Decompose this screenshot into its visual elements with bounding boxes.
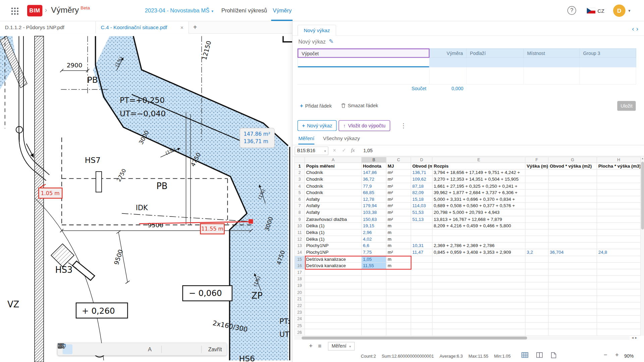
row-number[interactable]: 19	[294, 283, 305, 289]
project-selector[interactable]: 2023-04 - Novostavba MŠ▾	[145, 7, 213, 13]
table-row[interactable]: 11 Délka (1) 2,96 m	[294, 229, 641, 236]
cell-rozpis[interactable]: 20,798 + 5,000 + 20,793 + 4,943	[432, 209, 525, 216]
cell-obvod[interactable]	[411, 229, 433, 236]
row-number[interactable]: 26	[294, 329, 305, 336]
cell-rozpis[interactable]: 2,369 + 2,786 + 2,369 + 2,786	[432, 243, 525, 249]
table-row[interactable]: 18	[294, 276, 641, 283]
save-button[interactable]: Uložit	[617, 101, 636, 111]
cell-popis[interactable]: Chodník	[305, 183, 362, 190]
cell-rozpis[interactable]	[432, 322, 525, 329]
cell-hodnota[interactable]	[362, 309, 386, 316]
row-number[interactable]: 11	[294, 229, 305, 236]
cell-popis[interactable]	[305, 316, 362, 322]
cell-rozpis[interactable]: 5,000 + 3,331 + 0,696 + 0,370 + 0,834 +	[432, 196, 525, 203]
col-header-podlazi[interactable]: Podlaží	[467, 48, 524, 58]
measurement-annotation-1[interactable]: 1.05 m	[39, 184, 62, 198]
cell-mj[interactable]: m²	[386, 203, 411, 209]
czech-flag-icon[interactable]	[587, 8, 595, 15]
cell-plocha-vyska[interactable]	[597, 229, 641, 236]
table-row[interactable]: 2 Chodník 147,86 m² 136,71 3,794 + 18,65…	[294, 170, 641, 176]
cell-popis[interactable]: Délka (1)	[305, 236, 362, 243]
table-row[interactable]: 8 Asfalty 103,38 m² 51,53 20,798 + 5,000…	[294, 209, 641, 216]
cell-hodnota[interactable]	[362, 269, 386, 276]
row-number[interactable]: 23	[294, 309, 305, 316]
tab-vsechny-vykazy[interactable]: Všechny výkazy	[323, 135, 360, 141]
cell-mj[interactable]	[386, 309, 411, 316]
cell-vyska[interactable]	[526, 236, 549, 243]
cell-obvod-vyska[interactable]	[548, 302, 597, 309]
cell-hodnota[interactable]: 1,05	[362, 256, 386, 263]
cell-plocha-vyska[interactable]	[597, 309, 641, 316]
cell-plocha-vyska[interactable]	[597, 243, 641, 249]
cell-obvod-vyska[interactable]	[548, 183, 597, 190]
cell-plocha-vyska[interactable]	[597, 216, 641, 223]
table-row[interactable]: 21	[294, 296, 641, 303]
cell-vyska[interactable]	[526, 296, 549, 303]
cell-obvod[interactable]: 109,62	[411, 176, 433, 183]
cell-plocha-vyska[interactable]	[597, 262, 641, 269]
cell-obvod[interactable]	[411, 283, 433, 289]
cell-mj[interactable]: m	[386, 262, 411, 269]
cell-obvod[interactable]	[411, 276, 433, 283]
cell-hodnota[interactable]: 179,94	[362, 203, 386, 209]
cell-plocha-vyska[interactable]	[597, 189, 641, 196]
cell-hodnota[interactable]	[362, 289, 386, 296]
cell-vyska[interactable]	[526, 196, 549, 203]
cell-obvod[interactable]	[411, 256, 433, 263]
cell-obvod[interactable]	[411, 223, 433, 230]
cell-obvod-vyska[interactable]	[548, 243, 597, 249]
cell-plocha-vyska[interactable]	[597, 183, 641, 190]
cell-mj[interactable]: m	[386, 236, 411, 243]
cell-rozpis[interactable]	[432, 236, 525, 243]
cell-popis[interactable]: Asfalty	[305, 196, 362, 203]
cell-hodnota[interactable]: 7,75	[362, 249, 386, 256]
cell-mj[interactable]: m²	[386, 216, 411, 223]
cell-obvod-vyska[interactable]	[548, 322, 597, 329]
cell-obvod-vyska[interactable]	[548, 309, 597, 316]
vypocet-edit-cell[interactable]	[298, 58, 430, 67]
cell-mj[interactable]	[386, 322, 411, 329]
freeze-columns-icon[interactable]	[536, 352, 543, 360]
help-icon[interactable]: ?	[568, 6, 576, 15]
cell-hodnota[interactable]	[362, 283, 386, 289]
row-number[interactable]: 16	[294, 262, 305, 269]
table-row[interactable]: 20	[294, 289, 641, 296]
cell-vyska[interactable]	[526, 183, 549, 190]
grid-view-icon[interactable]	[521, 352, 528, 360]
row-number[interactable]: 25	[294, 322, 305, 329]
cell-popis[interactable]: Asfalty	[305, 203, 362, 209]
cell-vyska[interactable]	[526, 216, 549, 223]
corner-cell[interactable]	[294, 157, 305, 163]
cell-obvod[interactable]: 11,47	[411, 249, 433, 256]
cell-mj[interactable]	[386, 289, 411, 296]
cell-popis[interactable]: Plochy1NP	[305, 243, 362, 249]
cell-popis[interactable]	[305, 283, 362, 289]
cell-vyska[interactable]	[526, 223, 549, 230]
add-row-button[interactable]: +Přidat řádek	[300, 103, 332, 109]
cell-obvod-vyska[interactable]	[548, 236, 597, 243]
cell-obvod-vyska[interactable]	[548, 229, 597, 236]
cell-rozpis[interactable]	[432, 329, 525, 336]
cell-rozpis[interactable]	[432, 256, 525, 263]
cell-obvod[interactable]: 51,53	[411, 209, 433, 216]
cell-hodnota[interactable]	[362, 296, 386, 303]
cell-hodnota[interactable]: 4,02	[362, 236, 386, 243]
cell-rozpis[interactable]	[432, 302, 525, 309]
row-number[interactable]: 8	[294, 209, 305, 216]
cell-hodnota[interactable]: 36,72	[362, 176, 386, 183]
cell-obvod[interactable]	[411, 262, 433, 269]
cell-rozpis[interactable]	[432, 269, 525, 276]
col-header-group3[interactable]: Group 3	[580, 48, 636, 58]
cell-mj[interactable]: m²	[386, 196, 411, 203]
cell-popis[interactable]: Zatravňovací dlažba	[305, 216, 362, 223]
close-measuring-button[interactable]: Zavřít	[208, 346, 222, 352]
cell-vyska[interactable]: 3,2	[526, 249, 549, 256]
tab-mereni[interactable]: Měření	[298, 135, 314, 144]
cell-obvod[interactable]: Obvod (m)	[411, 163, 433, 170]
row-number[interactable]: 13	[294, 243, 305, 249]
scroll-right-icon[interactable]: ▸	[635, 336, 639, 340]
cell-hodnota[interactable]	[362, 316, 386, 322]
cell-popis[interactable]	[305, 309, 362, 316]
cell-obvod[interactable]: 10,31	[411, 243, 433, 249]
cell-popis[interactable]	[305, 322, 362, 329]
